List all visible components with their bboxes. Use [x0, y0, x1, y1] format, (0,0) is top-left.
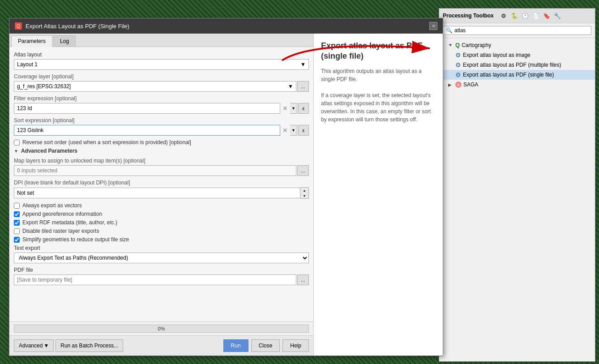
right-panel: Export atlas layout as PDF (single file)…: [314, 34, 443, 355]
always-export-vectors-label: Always export as vectors: [22, 202, 82, 209]
saga-label: SAGA: [463, 81, 478, 88]
advanced-button[interactable]: Advanced ▼: [14, 339, 54, 352]
sort-clear-button[interactable]: ✕: [281, 126, 289, 134]
left-panel: Parameters Log Atlas layout Layout 1 ▼: [9, 34, 314, 355]
help-button[interactable]: Help: [282, 339, 309, 352]
close-button[interactable]: Close: [251, 339, 280, 352]
dpi-group: DPI (leave blank for default layout DPI)…: [14, 180, 309, 199]
tree-item-export-pdf-single[interactable]: ⚙ Export atlas layout as PDF (single fil…: [439, 70, 595, 80]
main-dialog: Q Export Atlas Layout as PDF (Single Fil…: [9, 18, 443, 356]
cartography-label: Cartography: [462, 42, 491, 48]
simplify-geom-checkbox[interactable]: [14, 237, 20, 243]
advanced-triangle-icon: ▼: [14, 149, 18, 154]
atlas-layout-value: Layout 1: [17, 61, 38, 68]
settings-icon[interactable]: 🔧: [553, 11, 562, 20]
advanced-header[interactable]: ▼ Advanced Parameters: [14, 148, 309, 154]
pdf-file-input[interactable]: [14, 274, 296, 285]
always-export-vectors-checkbox[interactable]: [14, 203, 20, 209]
coverage-layer-value: g_f_res [EPSG:32632]: [17, 83, 71, 90]
advanced-dropdown-icon: ▼: [43, 343, 49, 349]
tree-group-saga[interactable]: ▶ S SAGA: [439, 80, 595, 90]
run-button[interactable]: Run: [223, 339, 248, 352]
dpi-down-button[interactable]: ▼: [300, 193, 308, 198]
advanced-section: ▼ Advanced Parameters Map layers to assi…: [14, 148, 309, 285]
pdf-file-browse-button[interactable]: …: [297, 274, 309, 285]
run-as-batch-button[interactable]: Run as Batch Process...: [56, 339, 123, 352]
search-input[interactable]: [454, 27, 588, 34]
titlebar-left: Q Export Atlas Layout as PDF (Single Fil…: [15, 22, 129, 30]
coverage-layer-label: Coverage layer [optional]: [14, 73, 309, 80]
dpi-spinner: ▲ ▼: [300, 187, 309, 199]
map-layers-group: Map layers to assign to unlocked map ite…: [14, 158, 309, 176]
reverse-sort-row: Reverse sort order (used when a sort exp…: [14, 139, 309, 146]
sort-expression-button[interactable]: ε: [298, 125, 309, 136]
append-georef-row: Append georeference information: [14, 211, 309, 217]
toolbox-icons: ⚙ 🐍 🕐 📄 🔖 🔧: [499, 11, 562, 20]
dialog-close-button[interactable]: ✕: [429, 22, 437, 30]
gear-blue-icon-2: ⚙: [455, 61, 461, 69]
footer-left: Advanced ▼ Run as Batch Process...: [14, 339, 123, 352]
saga-icon: S: [455, 81, 462, 88]
always-export-vectors-row: Always export as vectors: [14, 202, 309, 209]
text-export-combo[interactable]: Always Export Text as Paths (Recommended…: [14, 253, 309, 263]
tree-item-export-image[interactable]: ⚙ Export atlas layout as image: [439, 50, 595, 60]
toolbox-tree: ▼ Q Cartography ⚙ Export atlas layout as…: [439, 38, 595, 361]
history-icon[interactable]: 🕐: [521, 11, 530, 20]
map-layers-input[interactable]: [14, 165, 296, 176]
dpi-input[interactable]: [14, 188, 300, 198]
results-icon[interactable]: 📄: [531, 11, 540, 20]
dialog-titlebar: Q Export Atlas Layout as PDF (Single Fil…: [9, 18, 443, 34]
simplify-geom-row: Simplify geometries to reduce output fil…: [14, 236, 309, 243]
combo-arrow-icon: ▼: [300, 61, 306, 68]
bookmark-icon[interactable]: 🔖: [542, 11, 551, 20]
python-icon[interactable]: 🐍: [510, 11, 519, 20]
dialog-title-icon: Q: [15, 22, 22, 30]
disable-tiled-row: Disable tiled raster layer exports: [14, 228, 309, 234]
tab-log[interactable]: Log: [53, 35, 76, 47]
append-georef-checkbox[interactable]: [14, 211, 20, 217]
processing-toolbox: Processing Toolbox ⚙ 🐍 🕐 📄 🔖 🔧 🔍 ▼ Q Car…: [439, 8, 595, 362]
map-layers-row: …: [14, 165, 309, 176]
advanced-parameters-label: Advanced Parameters: [21, 148, 77, 154]
sort-expression-row: ✕ ▼ ε: [14, 125, 309, 136]
coverage-layer-group: Coverage layer [optional] g_f_res [EPSG:…: [14, 73, 309, 92]
filter-expression-button[interactable]: ε: [298, 103, 309, 114]
coverage-layer-browse-button[interactable]: …: [297, 81, 309, 92]
sort-dropdown-icon[interactable]: ▼: [290, 125, 297, 136]
disable-tiled-label: Disable tiled raster layer exports: [22, 228, 99, 234]
export-rdf-checkbox[interactable]: [14, 220, 20, 226]
q-icon: Q: [455, 42, 460, 48]
reverse-sort-checkbox[interactable]: [14, 140, 20, 146]
atlas-layout-row: Layout 1 ▼: [14, 59, 309, 70]
export-image-label: Export atlas layout as image: [463, 52, 531, 58]
dialog-footer: Advanced ▼ Run as Batch Process... Run C…: [9, 335, 313, 355]
coverage-layer-combo[interactable]: g_f_res [EPSG:32632] ▼: [14, 81, 296, 92]
gear-icon[interactable]: ⚙: [499, 11, 508, 20]
search-magnifier-icon: 🔍: [446, 27, 453, 34]
tree-item-export-pdf-multiple[interactable]: ⚙ Export atlas layout as PDF (multiple f…: [439, 60, 595, 70]
toolbox-titlebar: Processing Toolbox ⚙ 🐍 🕐 📄 🔖 🔧: [439, 9, 595, 23]
toolbox-search-area: 🔍: [439, 23, 595, 38]
progress-bar: 0%: [14, 325, 309, 333]
progress-area: 0%: [9, 321, 313, 335]
disable-tiled-checkbox[interactable]: [14, 228, 20, 234]
atlas-layout-combo[interactable]: Layout 1 ▼: [14, 59, 309, 70]
filter-clear-button[interactable]: ✕: [281, 104, 289, 112]
filter-dropdown-icon[interactable]: ▼: [290, 103, 297, 114]
map-layers-browse-button[interactable]: …: [297, 165, 309, 176]
dpi-label: DPI (leave blank for default layout DPI)…: [14, 180, 309, 186]
text-export-group: Text export Always Export Text as Paths …: [14, 245, 309, 263]
collapse-arrow-icon: ▼: [448, 43, 454, 47]
tab-parameters[interactable]: Parameters: [11, 35, 52, 47]
collapse-saga-icon: ▶: [448, 82, 454, 87]
dpi-up-button[interactable]: ▲: [300, 188, 308, 193]
sort-expression-label: Sort expression [optional]: [14, 117, 309, 124]
sort-expression-group: Sort expression [optional] ✕ ▼ ε: [14, 117, 309, 136]
tabs-container: Parameters Log: [9, 34, 313, 47]
sort-expression-input[interactable]: [14, 125, 280, 136]
filter-expression-row: ✕ ▼ ε: [14, 103, 309, 114]
filter-expression-input[interactable]: [14, 103, 280, 114]
combo-arrow-2-icon: ▼: [288, 83, 293, 90]
dialog-body: Parameters Log Atlas layout Layout 1 ▼: [9, 34, 443, 355]
tree-group-cartography[interactable]: ▼ Q Cartography: [439, 40, 595, 50]
